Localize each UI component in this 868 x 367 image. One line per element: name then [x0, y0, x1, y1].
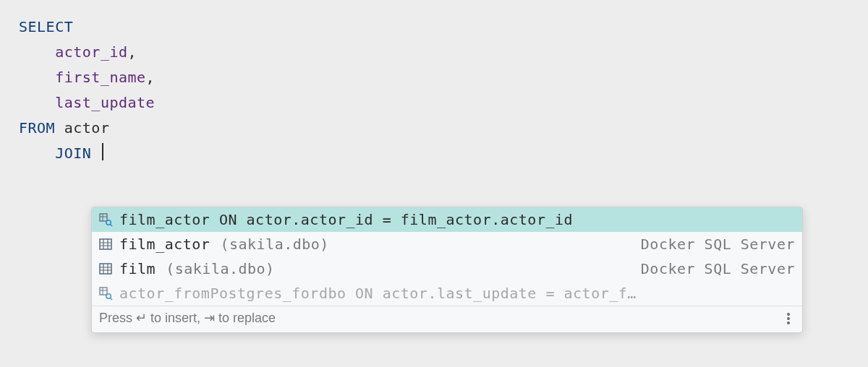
table-icon [98, 261, 114, 277]
svg-rect-5 [100, 239, 111, 249]
column-ref: actor_id [55, 43, 127, 61]
keyword-from: FROM [19, 119, 55, 137]
more-options-icon[interactable] [782, 312, 795, 325]
keyword-select: SELECT [19, 18, 73, 35]
completion-location: (sakila.dbo) [220, 236, 329, 253]
completion-source: Docker SQL Server [641, 260, 795, 277]
code-line: last_update [19, 90, 849, 116]
completion-item[interactable]: film(sakila.dbo)Docker SQL Server [92, 256, 802, 281]
svg-line-4 [110, 224, 112, 226]
completion-footer: Press ↵ to insert, ⇥ to replace [92, 306, 802, 332]
footer-hint: Press ↵ to insert, ⇥ to replace [99, 311, 782, 327]
completion-item[interactable]: film_actor(sakila.dbo)Docker SQL Server [92, 232, 802, 256]
keyword-join: JOIN [55, 144, 91, 162]
svg-rect-15 [100, 288, 107, 295]
column-ref: last_update [55, 94, 155, 111]
code-line: FROM actor [19, 116, 849, 141]
code-line: first_name, [19, 65, 849, 90]
code-line: actor_id, [19, 40, 849, 65]
completion-list[interactable]: film_actor ON actor.actor_id = film_acto… [92, 207, 802, 306]
completion-item[interactable]: film_actor ON actor.actor_id = film_acto… [92, 207, 802, 232]
completion-text: film [119, 260, 156, 277]
completion-text: film_actor ON actor.actor_id = film_acto… [119, 211, 573, 228]
completion-popup: film_actor ON actor.actor_id = film_acto… [91, 207, 803, 333]
join-key-icon [98, 285, 114, 301]
table-ref: actor [64, 119, 110, 137]
join-key-icon [98, 212, 114, 228]
completion-text: actor_fromPostgres_fordbo ON actor.last_… [119, 285, 637, 302]
completion-item[interactable]: actor_fromPostgres_fordbo ON actor.last_… [92, 281, 802, 306]
completion-text: film_actor [119, 236, 210, 253]
text-caret [102, 143, 103, 160]
column-ref: first_name [55, 69, 145, 86]
code-line: JOIN [19, 141, 849, 166]
svg-rect-0 [100, 214, 107, 221]
svg-rect-10 [100, 264, 111, 274]
svg-line-19 [110, 298, 112, 300]
code-line: SELECT [19, 14, 849, 40]
table-icon [98, 236, 114, 252]
completion-location: (sakila.dbo) [166, 260, 275, 277]
sql-editor[interactable]: SELECT actor_id, first_name, last_update… [0, 0, 868, 181]
completion-source: Docker SQL Server [641, 236, 795, 253]
